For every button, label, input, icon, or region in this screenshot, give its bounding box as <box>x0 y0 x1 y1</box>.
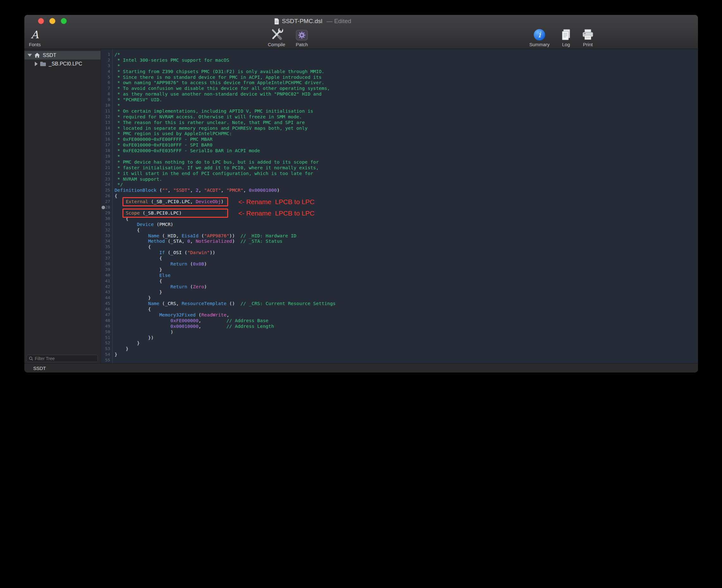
app-window: SSDT-PMC.dsl — Edited A Fonts <box>24 15 698 373</box>
gutter-marker <box>102 206 105 209</box>
line-number: 48 <box>101 318 112 323</box>
log-button[interactable]: Log <box>556 27 575 48</box>
minimize-button[interactable] <box>49 18 55 24</box>
code-line: Return (0x0B) <box>114 261 698 267</box>
disclosure-closed-icon[interactable] <box>35 62 38 66</box>
code-line: 0x00010000, // Address Length <box>114 323 698 329</box>
line-number: 8 <box>101 91 112 97</box>
code-line: * Intel 300-series PMC support for macOS <box>114 57 698 63</box>
line-number: 1 <box>101 51 112 57</box>
summary-button[interactable]: i Summary <box>526 27 553 48</box>
window-title-edited: — Edited <box>325 18 351 25</box>
compile-button[interactable]: Compile <box>264 27 289 48</box>
line-number: 27 <box>101 199 112 205</box>
line-number: 14 <box>101 125 112 131</box>
code-line: { <box>114 227 698 233</box>
filter-tree-input[interactable] <box>35 356 95 361</box>
code-line: * own naming "APP9876" to access this de… <box>114 80 698 85</box>
code-line: } <box>114 340 698 346</box>
zoom-button[interactable] <box>61 18 67 24</box>
sidebar-item-label: SSDT <box>43 52 56 58</box>
code-line: { <box>114 255 698 261</box>
summary-label: Summary <box>529 42 550 47</box>
line-number: 31 <box>101 222 112 227</box>
window-title-text: SSDT-PMC.dsl <box>282 18 322 25</box>
line-number: 19 <box>101 153 112 159</box>
line-number: 50 <box>101 329 112 335</box>
patch-button[interactable]: Patch <box>289 27 315 48</box>
code-line: DefinitionBlock ("", "SSDT", 2, "ACDT", … <box>114 187 698 193</box>
desktop-background: SSDT-PMC.dsl — Edited A Fonts <box>0 0 722 588</box>
line-number: 3 <box>101 63 112 69</box>
disclosure-open-icon[interactable] <box>27 54 32 57</box>
line-number: 20 <box>101 159 112 165</box>
annotation-box-scope <box>123 209 228 218</box>
code-line <box>114 357 698 363</box>
line-number: 25 <box>101 187 112 193</box>
code-line: * To avoid confusion we disable this dev… <box>114 85 698 91</box>
line-number: 44 <box>101 295 112 301</box>
line-number: 22 <box>101 171 112 176</box>
line-number: 21 <box>101 165 112 171</box>
sidebar-tree: SSDT _SB.PCI0.LPC <box>24 49 101 363</box>
code-line: * On certain implementations, including … <box>114 108 698 114</box>
line-number: 42 <box>101 284 112 290</box>
line-number: 52 <box>101 340 112 346</box>
code-line: Device (PMCR) <box>114 222 698 227</box>
code-line: If (_OSI ("Darwin")) <box>114 250 698 255</box>
annotation-note-external: <- Rename LPCB to LPC <box>238 197 315 206</box>
code-line: * Since there is no standard device for … <box>114 75 698 80</box>
titlebar: SSDT-PMC.dsl — Edited <box>24 15 698 27</box>
code-line: { <box>114 244 698 250</box>
code-line: * <box>114 63 698 69</box>
code-line: */ <box>114 182 698 187</box>
code-line: }) <box>114 335 698 340</box>
fonts-button[interactable]: A Fonts <box>24 27 45 48</box>
code-line: Name (_HID, EisaId ("APP9876")) // _HID:… <box>114 233 698 238</box>
code-line: /* <box>114 51 698 57</box>
code-line: } <box>114 267 698 272</box>
line-number: 16 <box>101 136 112 142</box>
code-line: * PMC device has nothing to do to LPC bu… <box>114 159 698 165</box>
code-editor[interactable]: 1234567891011121314151617181920212223242… <box>101 49 698 363</box>
line-number: 26 <box>101 193 112 199</box>
window-header: SSDT-PMC.dsl — Edited A Fonts <box>24 15 698 49</box>
line-number: 54 <box>101 352 112 357</box>
window-title: SSDT-PMC.dsl — Edited <box>274 15 351 27</box>
code-line: * <box>114 153 698 159</box>
annotation-box-external <box>123 197 228 206</box>
code-line: Return (Zero) <box>114 284 698 290</box>
line-number: 29 <box>101 210 112 216</box>
sidebar-item-sb-pci0-lpc[interactable]: _SB.PCI0.LPC <box>24 60 101 68</box>
line-number: 5 <box>101 75 112 80</box>
sidebar-item-ssdt[interactable]: SSDT <box>24 51 101 60</box>
folder-icon <box>40 61 46 66</box>
patch-icon <box>296 30 308 41</box>
log-pages-icon <box>560 29 572 41</box>
code-line: * faster initialisation. If we add it to… <box>114 165 698 171</box>
line-number: 38 <box>101 261 112 267</box>
house-icon <box>34 52 40 58</box>
code-line: * Starting from Z390 chipsets PMC (D31:F… <box>114 69 698 75</box>
line-number: 45 <box>101 301 112 306</box>
line-number: 7 <box>101 85 112 91</box>
filter-tree-field <box>26 355 98 362</box>
fonts-icon: A <box>31 29 39 41</box>
code-line: } <box>114 289 698 295</box>
toolbar: A Fonts Compile <box>24 27 698 49</box>
compile-label: Compile <box>268 42 285 47</box>
code-line: * The reason for this is rather unclear.… <box>114 120 698 125</box>
line-number: 35 <box>101 244 112 250</box>
status-bar-text: SSDT <box>33 365 46 371</box>
compile-tools-icon <box>270 28 283 41</box>
code-line: * PMC region is used by AppleIntelPCHPMC… <box>114 131 698 136</box>
traffic-lights <box>38 18 67 24</box>
info-icon: i <box>534 29 545 41</box>
close-button[interactable] <box>38 18 44 24</box>
window-content: SSDT _SB.PCI0.LPC <box>24 49 698 363</box>
print-button[interactable]: Print <box>578 27 598 48</box>
line-number: 33 <box>101 233 112 238</box>
code-line: 0xFE000000, // Address Base <box>114 318 698 323</box>
code-line: * <box>114 103 698 108</box>
line-number: 55 <box>101 357 112 363</box>
